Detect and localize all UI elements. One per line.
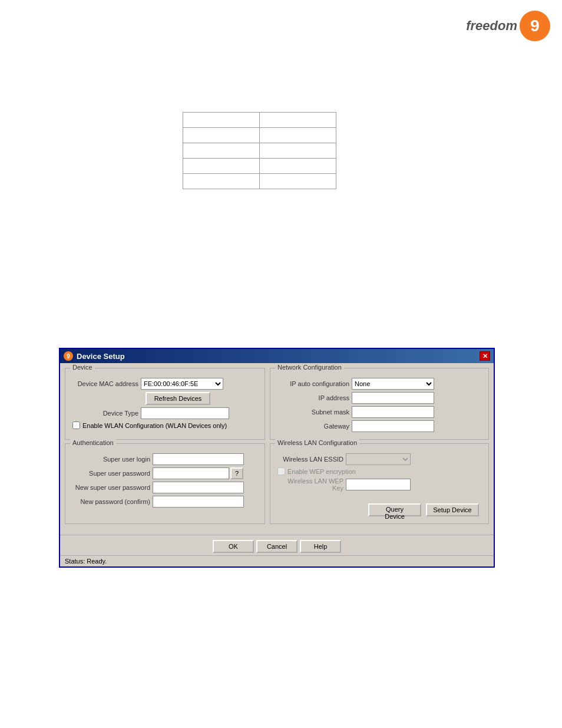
table-row (183, 159, 336, 174)
refresh-devices-button[interactable]: Refresh Devices (146, 392, 210, 405)
auth-group-title: Authentication (70, 439, 116, 446)
table-row (183, 143, 336, 159)
essid-select (346, 453, 411, 465)
status-bar: Status: Ready. (60, 555, 494, 566)
table-cell (183, 159, 260, 174)
table-row (183, 128, 336, 143)
confirm-password-label: New password (confirm) (70, 498, 153, 505)
gateway-row: Gateway (275, 420, 484, 432)
wlan-checkbox-row: Enable WLAN Configuration (WLAN Devices … (70, 421, 260, 429)
wep-key-row: Wireless LAN WEP Key (275, 477, 484, 492)
device-type-row: Device Type (70, 407, 260, 419)
simple-table (183, 112, 336, 189)
device-group: Device Device MAC address FE:00:00:46:0F… (65, 368, 265, 440)
confirm-password-input[interactable] (153, 496, 244, 508)
ip-auto-row: IP auto configuration None DHCP AutoIP (275, 378, 484, 390)
dialog-title: Device Setup (77, 352, 125, 361)
wep-row: Enable WEP encryption (275, 467, 484, 475)
table-cell (260, 159, 336, 174)
network-group-title: Network Configuration (275, 364, 344, 371)
help-button[interactable]: Help (300, 540, 341, 553)
table-area (183, 112, 336, 189)
pw-with-btn: ? (153, 467, 243, 479)
wep-key-input (346, 479, 411, 490)
wep-checkbox-label: Enable WEP encryption (287, 468, 356, 475)
essid-row: Wireless LAN ESSID (275, 453, 484, 465)
top-row: Device Device MAC address FE:00:00:46:0F… (65, 368, 489, 440)
wep-enable-checkbox (277, 467, 285, 475)
dialog-overlay: 9 Device Setup ✕ Device Device MAC addre… (59, 348, 495, 568)
dialog-bottom-buttons: OK Cancel Help (60, 535, 494, 555)
superuser-password-label: Super user password (70, 470, 153, 477)
subnet-input[interactable] (352, 406, 434, 418)
ip-auto-label: IP auto configuration (275, 380, 352, 387)
ip-address-label: IP address (275, 394, 352, 401)
wep-key-label: Wireless LAN WEP Key (275, 477, 346, 492)
superuser-password-input[interactable] (153, 467, 229, 479)
wlan-checkbox-label: Enable WLAN Configuration (WLAN Devices … (82, 422, 227, 429)
bottom-row: Authentication Super user login Super us… (65, 443, 489, 524)
ip-auto-select[interactable]: None DHCP AutoIP (352, 378, 434, 390)
dialog-titlebar: 9 Device Setup ✕ (60, 349, 494, 363)
wlan-group-title: Wireless LAN Configuration (275, 439, 359, 446)
query-device-button[interactable]: Query Device (368, 503, 421, 516)
table-cell (260, 143, 336, 159)
new-password-row: New super user password (70, 482, 260, 493)
query-setup-row: Query Device Setup Device (275, 501, 484, 519)
table-cell (260, 113, 336, 128)
table-cell (260, 174, 336, 189)
subnet-label: Subnet mask (275, 409, 352, 416)
refresh-row: Refresh Devices (70, 392, 260, 405)
gateway-label: Gateway (275, 423, 352, 430)
auth-group: Authentication Super user login Super us… (65, 443, 265, 524)
title-icon: 9 (64, 351, 73, 361)
ip-address-row: IP address (275, 392, 484, 404)
mac-select[interactable]: FE:00:00:46:0F:5E (141, 378, 223, 390)
logo-area: freedom (466, 11, 550, 41)
table-cell (183, 128, 260, 143)
device-type-input[interactable] (141, 407, 229, 419)
table-cell (260, 128, 336, 143)
password-help-button[interactable]: ? (230, 467, 243, 479)
titlebar-left: 9 Device Setup (64, 351, 125, 361)
subnet-row: Subnet mask (275, 406, 484, 418)
wlan-enable-checkbox[interactable] (72, 421, 80, 429)
logo-text: freedom (466, 18, 517, 34)
essid-label: Wireless LAN ESSID (275, 456, 346, 463)
confirm-password-row: New password (confirm) (70, 496, 260, 508)
mac-label: Device MAC address (70, 380, 141, 387)
device-setup-dialog: 9 Device Setup ✕ Device Device MAC addre… (59, 348, 495, 568)
table-cell (183, 143, 260, 159)
new-password-input[interactable] (153, 482, 244, 493)
superuser-login-label: Super user login (70, 456, 153, 463)
table-cell (183, 113, 260, 128)
table-row (183, 113, 336, 128)
gateway-input[interactable] (352, 420, 434, 432)
ip-address-input[interactable] (352, 392, 434, 404)
table-cell (183, 174, 260, 189)
mac-row: Device MAC address FE:00:00:46:0F:5E (70, 378, 260, 390)
device-group-title: Device (70, 364, 95, 371)
wlan-group: Wireless LAN Configuration Wireless LAN … (270, 443, 489, 524)
table-row (183, 174, 336, 189)
setup-device-button[interactable]: Setup Device (426, 503, 479, 516)
device-type-label: Device Type (70, 410, 141, 417)
dialog-body: Device Device MAC address FE:00:00:46:0F… (60, 363, 494, 532)
ok-button[interactable]: OK (213, 540, 254, 553)
network-group: Network Configuration IP auto configurat… (270, 368, 489, 440)
close-button[interactable]: ✕ (480, 351, 490, 361)
superuser-login-row: Super user login (70, 453, 260, 465)
superuser-login-input[interactable] (153, 453, 244, 465)
cancel-button[interactable]: Cancel (256, 540, 297, 553)
status-text: Status: Ready. (65, 558, 107, 565)
superuser-password-row: Super user password ? (70, 467, 260, 479)
new-password-label: New super user password (70, 484, 153, 491)
logo-circle (520, 11, 550, 41)
